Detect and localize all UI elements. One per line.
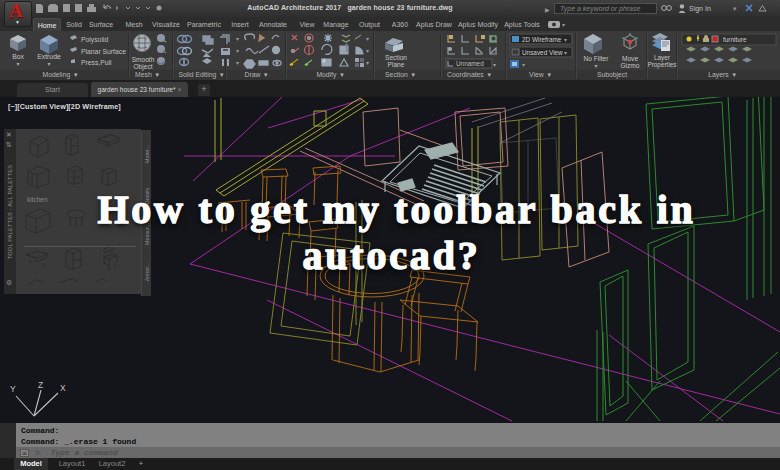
- svg-text:▾: ▾: [366, 48, 369, 54]
- svg-text:furniture: furniture: [723, 36, 747, 43]
- svg-text:Smooth: Smooth: [132, 56, 155, 63]
- svg-text:▾: ▾: [236, 60, 239, 66]
- svg-text:▾: ▾: [16, 61, 19, 67]
- svg-text:Subobject: Subobject: [597, 71, 627, 79]
- svg-text:View ▾: View ▾: [529, 71, 551, 78]
- svg-text:▾: ▾: [236, 36, 239, 42]
- svg-text:Gizmo: Gizmo: [620, 62, 639, 69]
- svg-text:▾: ▾: [733, 5, 737, 12]
- svg-text:2D Wireframe: 2D Wireframe: [522, 36, 562, 43]
- svg-text:Press,Pull: Press,Pull: [81, 59, 112, 66]
- svg-text:Plane: Plane: [388, 61, 405, 68]
- svg-text:Layers ▾: Layers ▾: [708, 71, 736, 79]
- svg-text:▾: ▾: [564, 50, 567, 56]
- svg-text:Z: Z: [38, 380, 43, 390]
- svg-text:▾: ▾: [562, 22, 565, 28]
- svg-text:Polysolid: Polysolid: [81, 36, 108, 44]
- svg-text:X: X: [60, 383, 66, 393]
- svg-text:▾: ▾: [366, 60, 369, 66]
- svg-text:Modify ▾: Modify ▾: [316, 71, 344, 79]
- svg-text:▾: ▾: [493, 62, 496, 68]
- svg-text:Solid Editing ▾: Solid Editing ▾: [179, 71, 225, 79]
- svg-text:▾: ▾: [594, 63, 597, 69]
- svg-text:Properties: Properties: [647, 61, 676, 69]
- svg-text:Move: Move: [622, 55, 638, 62]
- svg-text:Section ▾: Section ▾: [385, 71, 415, 78]
- svg-text:Planar Surface: Planar Surface: [81, 48, 126, 55]
- svg-text:Object: Object: [133, 63, 152, 71]
- svg-text:Sign In: Sign In: [689, 5, 711, 13]
- svg-text:▾: ▾: [366, 36, 369, 42]
- svg-text:Box: Box: [12, 53, 24, 60]
- svg-text:Draw ▾: Draw ▾: [244, 71, 268, 78]
- svg-text:Mesh ▾: Mesh ▾: [135, 71, 159, 78]
- svg-text:▾: ▾: [564, 37, 567, 43]
- svg-text:Extrude: Extrude: [37, 53, 61, 60]
- svg-text:Unsaved View: Unsaved View: [522, 49, 563, 56]
- svg-text:Unnamed: Unnamed: [456, 60, 484, 67]
- svg-text:No Filter: No Filter: [584, 55, 610, 62]
- svg-text:Coordinates ▾: Coordinates ▾: [447, 71, 491, 78]
- svg-text:▾: ▾: [522, 62, 525, 68]
- svg-text:Section: Section: [385, 54, 407, 61]
- svg-text:▾: ▾: [236, 48, 239, 54]
- svg-text:▾: ▾: [47, 61, 50, 67]
- svg-text:Modeling ▾: Modeling ▾: [43, 71, 78, 79]
- svg-text:Y: Y: [10, 384, 16, 394]
